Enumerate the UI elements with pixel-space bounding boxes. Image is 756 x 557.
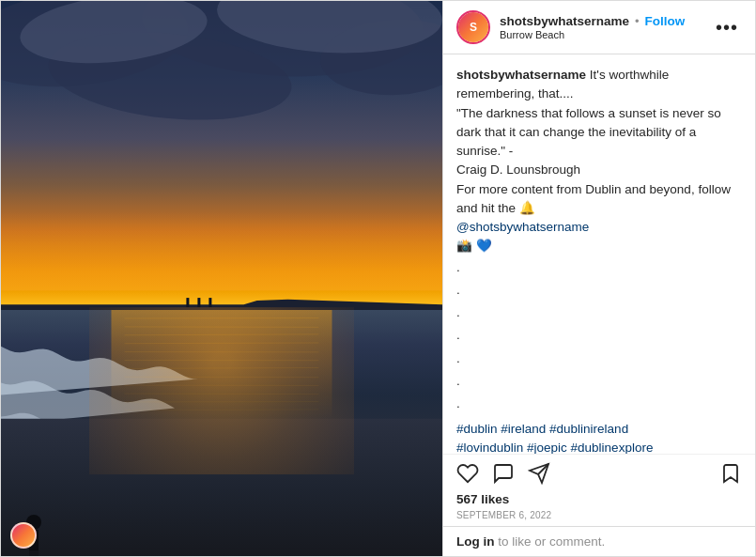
post-date: SEPTEMBER 6, 2022	[443, 508, 755, 526]
caption-quote: "The darkness that follows a sunset is n…	[456, 104, 742, 162]
caption-author: Craig D. Lounsbrough	[456, 161, 742, 179]
login-link[interactable]: Log in	[456, 534, 495, 549]
login-suffix: to like or comment.	[495, 534, 606, 549]
caption-body: shotsbywhatsername It's worthwhile remem…	[456, 66, 742, 454]
avatar[interactable]: S	[456, 10, 490, 44]
likes-count: 567 likes	[443, 488, 755, 508]
header-top-row: shotsbywhatsername • Follow	[500, 14, 702, 28]
location-label: Burrow Beach	[500, 29, 702, 40]
post-right-panel: S shotsbywhatsername • Follow Burrow Bea…	[442, 1, 755, 556]
bookmark-button[interactable]	[719, 462, 742, 485]
action-icons-row	[456, 462, 742, 485]
caption-cta: For more content from Dublin and beyond,…	[456, 180, 742, 219]
login-area: Log in to like or comment.	[443, 526, 755, 556]
like-button[interactable]	[456, 462, 479, 485]
caption-dots: . . . . . . .	[456, 256, 742, 416]
post-container: S shotsbywhatsername • Follow Burrow Bea…	[0, 0, 756, 557]
caption-hashtags: #dublin #ireland #dublinireland #lovindu…	[456, 420, 742, 454]
comment-button[interactable]	[492, 462, 515, 485]
header-info: shotsbywhatsername • Follow Burrow Beach	[500, 14, 702, 40]
post-header: S shotsbywhatsername • Follow Burrow Bea…	[443, 1, 755, 54]
dot-separator: •	[635, 14, 640, 28]
post-image	[1, 1, 442, 557]
caption-username[interactable]: shotsbywhatsername	[456, 68, 586, 82]
caption-emojis: 📸 💙	[456, 237, 742, 255]
cta-text: For more content from Dublin and beyond,…	[456, 182, 731, 215]
caption-first-line: shotsbywhatsername It's worthwhile remem…	[456, 66, 742, 104]
more-options-button[interactable]: •••	[712, 17, 742, 39]
image-avatar-overlay	[10, 522, 37, 549]
avatar-image: S	[458, 12, 488, 42]
header-username[interactable]: shotsbywhatsername	[500, 14, 629, 28]
share-button[interactable]	[528, 462, 550, 485]
post-actions	[443, 454, 755, 488]
follow-button[interactable]: Follow	[645, 14, 686, 28]
post-caption: shotsbywhatsername It's worthwhile remem…	[443, 54, 755, 454]
mention-link[interactable]: @shotsbywhatsername	[456, 220, 589, 234]
caption-mention: @shotsbywhatsername	[456, 218, 742, 237]
